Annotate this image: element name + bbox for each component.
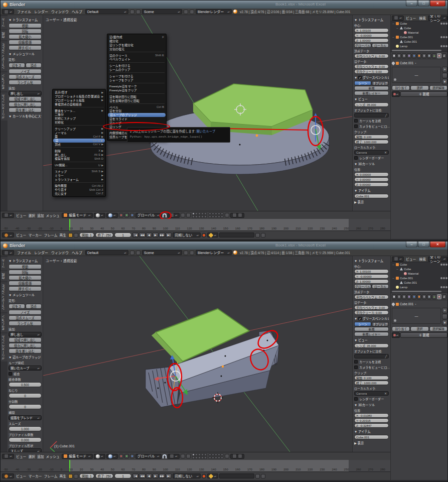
add-tool-button[interactable]: 面を差し込む <box>9 348 42 353</box>
object-data-tab-icon[interactable] <box>432 53 436 58</box>
constraints-tab-icon[interactable] <box>422 294 426 299</box>
np-transform-header[interactable]: ▼ トランスフォーム <box>354 18 389 22</box>
timeline-editor-type-button[interactable]: ▴▾ <box>2 473 14 478</box>
camera-to-view-row[interactable]: カメラをビューにロ... <box>354 124 389 129</box>
object-data-tab-icon[interactable] <box>432 294 436 299</box>
cursor-panel-header[interactable]: ▼ 3Dカーソル <box>354 403 389 407</box>
renderability-camera-icon[interactable] <box>445 277 447 279</box>
layer-cell[interactable] <box>215 453 217 456</box>
world-tab-icon[interactable] <box>412 294 416 299</box>
toolshelf-tab[interactable]: グリースペンシル <box>1 333 8 362</box>
grease-object-tab[interactable]: オブジェクト <box>372 322 389 326</box>
sync-dropdown[interactable]: 同期しない▴▾ <box>173 473 201 478</box>
viewport-3d[interactable]: ユーザー・透視投影 (1) Cube.001 <box>43 256 352 452</box>
lens-field[interactable]: レンズ: 35.000 <box>354 102 389 107</box>
timeline-ruler[interactable]: -50-40-30-20-100102030405060708090100110… <box>1 219 390 230</box>
transform-tool-button[interactable]: 収縮/膨張 <box>9 281 42 286</box>
layer-cell[interactable] <box>198 215 201 218</box>
clear-icon[interactable]: ✕ <box>384 151 387 154</box>
timeline-editor-type-button[interactable]: ▴▾ <box>2 232 14 237</box>
scene-tab-icon[interactable] <box>407 53 411 58</box>
layer-cell[interactable] <box>192 212 195 215</box>
menu-item[interactable]: 辺ループ <box>107 120 166 125</box>
transform-tool-button[interactable]: 回転 <box>9 29 42 34</box>
menu-item[interactable]: 辺を反時計回りに回転 <box>107 98 166 102</box>
render-engine-select[interactable]: Blenderレンダー▴▾ <box>196 250 232 255</box>
menu-item[interactable]: 辺を分割 <box>107 109 166 113</box>
outliner-row[interactable]: Material <box>391 271 448 276</box>
transform-tool-button[interactable]: 押す/引く <box>9 45 42 50</box>
item-panel-header[interactable]: ▼ アイテム <box>354 188 389 193</box>
lens-field[interactable]: レンズ: 35.000 <box>354 343 389 348</box>
layer-cell[interactable] <box>201 215 204 218</box>
scene-add-button[interactable] <box>184 251 188 255</box>
screen-add-button[interactable] <box>130 10 134 14</box>
render-border-checkbox[interactable] <box>354 397 358 401</box>
deform-tool-button[interactable]: ランダム化 <box>9 80 42 85</box>
renderability-camera-icon[interactable] <box>445 36 447 38</box>
maximize-button[interactable]: □ <box>418 1 429 7</box>
add-tool-button[interactable]: 個々に押し出し <box>9 343 42 348</box>
render-tab-icon[interactable] <box>397 294 401 299</box>
proportional-edit-button[interactable] <box>181 213 185 217</box>
new-material-button[interactable]: ＋ 新規 <box>400 332 447 338</box>
outliner-scrollbar[interactable] <box>392 291 441 292</box>
visibility-eye-icon[interactable] <box>440 45 442 47</box>
close-button[interactable]: ✕ <box>430 242 445 248</box>
pin-icon[interactable] <box>391 302 395 306</box>
deform-tool-button[interactable]: ノイズ <box>9 69 42 74</box>
display-panel-header[interactable]: ▶ 表示 <box>354 200 389 204</box>
timeline-menu[interactable]: ビュー <box>15 233 27 237</box>
menu-item[interactable]: シームのクリア <box>107 68 166 72</box>
deform-split-button[interactable]: 辺をス <box>9 304 25 309</box>
layer-cell[interactable] <box>212 453 214 456</box>
os-titlebar[interactable]: Blender Book1.xlsx - Microsoft Excel ‒ □… <box>1 1 447 9</box>
toolshelf-tab[interactable]: オプション <box>1 72 8 91</box>
layer-cell[interactable] <box>212 456 214 459</box>
grease-new-button[interactable]: 新規 <box>354 86 389 90</box>
selectability-icon[interactable] <box>443 286 445 288</box>
toolshelf-tab[interactable]: オプション <box>1 313 8 332</box>
menu-item[interactable]: プロポーショナル編集 ▶ <box>53 98 105 102</box>
cursor-value-field[interactable]: Z: 0.00000 <box>354 182 389 187</box>
sync-dropdown[interactable]: 同期しない▴▾ <box>173 232 201 237</box>
autokey-record-button[interactable] <box>202 474 206 478</box>
timeline-ruler[interactable]: -50-40-30-20-100102030405060708090100110… <box>1 460 390 471</box>
view3d-editor-type-button[interactable]: ▴▾ <box>2 213 14 218</box>
transport-button[interactable]: ◀ <box>146 473 152 478</box>
frame-start-field[interactable]: 開始: 1 <box>79 473 94 478</box>
render-ob-button[interactable] <box>186 454 191 458</box>
transform-tool-button[interactable]: 移動 <box>9 264 42 269</box>
scene-select[interactable]: Scene▴▾ <box>142 9 182 14</box>
transform-panel-header[interactable]: ▼ トランスフォーム <box>9 259 42 263</box>
transport-button[interactable]: |◀ <box>132 473 138 478</box>
expand-icon[interactable]: − <box>392 277 395 280</box>
layer-cell[interactable] <box>215 456 217 459</box>
visibility-eye-icon[interactable] <box>440 36 442 38</box>
layer-cell[interactable] <box>218 212 220 215</box>
material-browse-dropdown[interactable]: ▴▾ <box>392 332 400 338</box>
local-camera-field[interactable]: Camera✕ <box>354 150 389 155</box>
lock-cursor-row[interactable]: カーソルを注視 <box>354 359 389 364</box>
menu-item[interactable]: 対称にスナップ <box>53 116 105 120</box>
lock-cursor-checkbox[interactable] <box>354 360 358 364</box>
meshtools-panel-header[interactable]: ▼ メッシュツール <box>9 293 42 297</box>
layer-cell[interactable] <box>204 456 207 459</box>
layer-cell[interactable] <box>215 212 217 215</box>
transport-button[interactable]: ◀◀ <box>139 473 145 478</box>
layer-cell[interactable] <box>192 453 195 456</box>
object-tab-icon[interactable] <box>417 53 421 58</box>
frame-end-field[interactable]: 終了: 250 <box>95 473 114 478</box>
transport-button[interactable]: ◀ <box>146 232 152 237</box>
menu-item[interactable]: 重複頂点の自動結合 <box>53 102 105 106</box>
menu-item[interactable]: UV展開... U ▶ <box>53 163 105 167</box>
insert-keyframe-icon[interactable] <box>255 233 260 237</box>
object-tab-icon[interactable] <box>417 294 421 299</box>
render-layers-tab-icon[interactable] <box>402 53 406 58</box>
toolshelf-tab[interactable]: シェーディング/UV <box>1 41 8 71</box>
selectability-icon[interactable] <box>443 23 445 25</box>
screen-delete-button[interactable] <box>136 10 140 14</box>
transport-button[interactable]: |◀ <box>132 232 138 237</box>
editor-type-tab-icon[interactable] <box>392 294 396 299</box>
edge-crease-field[interactable]: 平均クリース: 0.00 <box>354 310 389 315</box>
